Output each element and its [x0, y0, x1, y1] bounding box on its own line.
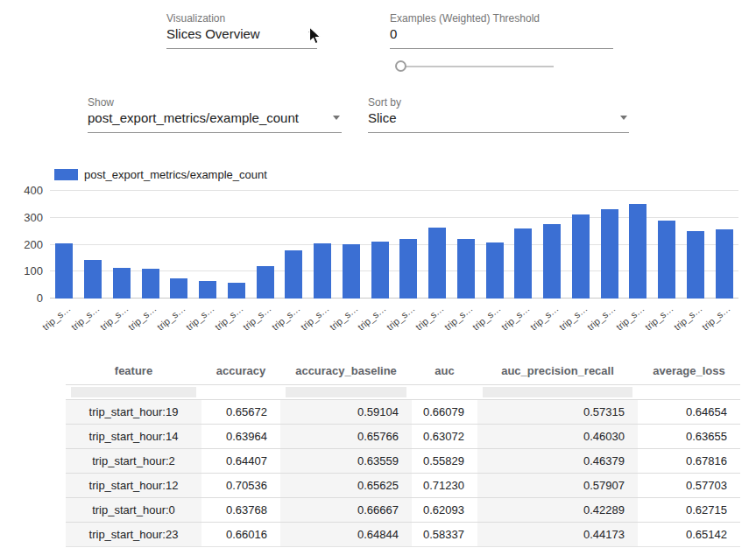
bar-slot	[79, 191, 108, 299]
table-row[interactable]: trip_start_hour:120.705360.656250.712300…	[66, 473, 740, 497]
bar[interactable]	[658, 221, 675, 299]
bar[interactable]	[199, 281, 216, 299]
mouse-cursor	[308, 26, 323, 46]
bar-slot	[624, 191, 653, 299]
metric-cell: 0.70536	[201, 474, 280, 497]
bar-slot	[194, 191, 223, 299]
bar[interactable]	[257, 266, 274, 299]
y-axis-tick-label: 200	[6, 238, 43, 252]
bar[interactable]	[285, 250, 302, 299]
column-header-accuracy_baseline[interactable]: accuracy_baseline	[280, 364, 412, 377]
sort-by-select[interactable]: Slice	[368, 109, 629, 133]
visualization-select[interactable]: Slices Overview	[166, 25, 317, 49]
bar[interactable]	[716, 229, 733, 299]
slider-thumb[interactable]	[395, 60, 406, 72]
table-row[interactable]: trip_start_hour:00.637680.666670.620930.…	[66, 497, 740, 522]
column-header-average_loss[interactable]: average_loss	[638, 364, 740, 377]
sort-by-label: Sort by	[368, 96, 401, 109]
bar[interactable]	[687, 231, 704, 299]
metric-cell: 0.62715	[638, 498, 740, 522]
bar[interactable]	[486, 242, 504, 299]
metric-cell: 0.63964	[201, 425, 280, 448]
y-axis-tick-label: 400	[6, 184, 43, 198]
bar-slot	[509, 191, 538, 299]
bar[interactable]	[457, 239, 475, 299]
filter-cell	[71, 387, 196, 397]
metric-cell: 0.63559	[280, 449, 412, 473]
metric-cell: 0.65672	[201, 400, 280, 424]
bar[interactable]	[228, 283, 245, 299]
metric-cell: 0.63768	[201, 498, 280, 522]
show-value: post_export_metrics/example_count	[88, 110, 299, 125]
metric-cell: 0.65142	[638, 523, 740, 546]
bar-slot	[279, 191, 308, 299]
bar-slot	[452, 191, 481, 299]
table-row[interactable]: trip_start_hour:20.644070.635590.558290.…	[66, 448, 740, 473]
visualization-value: Slices Overview	[166, 26, 260, 41]
table-row[interactable]: trip_start_hour:230.660160.648440.583370…	[66, 522, 740, 546]
table-header: featureaccuracyaccuracy_baselineaucauc_p…	[66, 357, 740, 385]
bar-slot	[538, 191, 567, 299]
bar[interactable]	[314, 243, 331, 299]
y-axis-tick-label: 0	[6, 292, 43, 306]
bar[interactable]	[543, 224, 561, 299]
x-axis-tick: trip_s…	[710, 300, 738, 344]
show-select[interactable]: post_export_metrics/example_count	[88, 109, 342, 133]
metric-cell: 0.63072	[412, 425, 477, 448]
metric-cell: 0.67816	[638, 449, 740, 473]
metric-cell: 0.42289	[477, 498, 638, 522]
filter-cell	[643, 387, 735, 397]
table-filter-row	[66, 385, 740, 399]
metric-cell: 0.63655	[638, 425, 740, 448]
bar-slot	[653, 191, 682, 299]
feature-cell: trip_start_hour:12	[66, 474, 201, 497]
bar-slot	[394, 191, 423, 299]
bar[interactable]	[142, 269, 159, 299]
metric-cell: 0.46030	[477, 425, 638, 448]
column-header-auc[interactable]: auc	[412, 364, 477, 377]
bar[interactable]	[113, 268, 131, 299]
bar[interactable]	[514, 228, 532, 299]
bar[interactable]	[343, 244, 360, 299]
metric-cell: 0.71230	[412, 474, 477, 497]
show-label: Show	[88, 96, 114, 109]
bar[interactable]	[84, 260, 102, 299]
filter-cell	[207, 387, 275, 397]
bar[interactable]	[428, 228, 446, 299]
bar[interactable]	[572, 214, 590, 299]
column-header-accuracy[interactable]: accuracy	[201, 364, 280, 377]
filter-cell	[483, 387, 632, 397]
bar[interactable]	[399, 239, 417, 299]
bar-slot	[567, 191, 596, 299]
bar-slot	[423, 191, 452, 299]
column-header-auc_precision_recall[interactable]: auc_precision_recall	[477, 364, 638, 377]
bar-slot	[108, 191, 137, 299]
bar[interactable]	[629, 204, 646, 299]
metric-cell: 0.44173	[477, 523, 638, 546]
chart-xlabels: trip_s…trip_s…trip_s…trip_s…trip_s…trip_…	[50, 300, 738, 344]
bar[interactable]	[170, 278, 187, 299]
threshold-value: 0	[390, 26, 397, 41]
threshold-slider[interactable]	[395, 60, 554, 74]
column-header-feature[interactable]: feature	[66, 364, 201, 377]
chevron-down-icon	[333, 116, 340, 120]
slider-track[interactable]	[400, 66, 554, 67]
metrics-table: featureaccuracyaccuracy_baselineaucauc_p…	[66, 357, 740, 547]
threshold-input[interactable]: 0	[390, 25, 613, 49]
metric-cell: 0.64407	[201, 449, 280, 473]
table-row[interactable]: trip_start_hour:140.639640.657660.630720…	[66, 424, 740, 448]
bar[interactable]	[55, 243, 73, 299]
chart-legend: post_export_metrics/example_count	[54, 168, 267, 181]
metric-cell: 0.55829	[412, 449, 477, 473]
metric-cell: 0.58337	[412, 523, 477, 546]
legend-color-swatch	[54, 169, 78, 180]
threshold-label: Examples (Weighted) Threshold	[390, 12, 540, 25]
bar-slot	[165, 191, 194, 299]
table-row[interactable]: trip_start_hour:190.656720.591040.660790…	[66, 399, 740, 424]
bar[interactable]	[601, 209, 618, 299]
metric-cell: 0.57907	[477, 474, 638, 497]
metric-cell: 0.64844	[280, 523, 412, 546]
feature-cell: trip_start_hour:19	[66, 400, 201, 424]
metric-cell: 0.65625	[280, 474, 412, 497]
bar[interactable]	[371, 242, 389, 299]
